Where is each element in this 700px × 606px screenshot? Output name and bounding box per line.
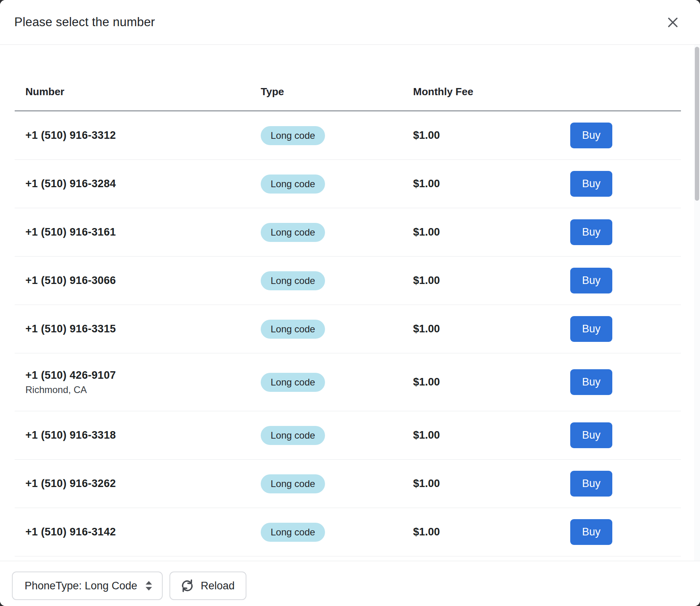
table-body: +1 (510) 916-3312 Long code $1.00 Buy +1… [15, 111, 681, 556]
modal-title: Please select the number [14, 15, 155, 29]
column-header-monthly-fee: Monthly Fee [413, 86, 570, 98]
phone-type-select[interactable]: PhoneType: Long Code [12, 571, 163, 600]
action-cell: Buy [570, 171, 681, 197]
number-cell: +1 (510) 916-3318 [15, 429, 261, 441]
action-cell: Buy [570, 422, 681, 448]
type-cell: Long code [261, 271, 413, 290]
number-cell: +1 (510) 916-3284 [15, 178, 261, 190]
table-row: +1 (510) 916-3142 Long code $1.00 Buy [15, 508, 681, 556]
close-button[interactable] [665, 14, 681, 31]
type-badge: Long code [261, 523, 325, 542]
reload-button[interactable]: Reload [169, 571, 247, 600]
number-cell: +1 (510) 916-3142 [15, 526, 261, 538]
scrollbar-thumb[interactable] [695, 47, 699, 201]
type-cell: Long code [261, 426, 413, 445]
phone-number: +1 (510) 916-3066 [25, 274, 261, 287]
table-row: +1 (510) 916-3315 Long code $1.00 Buy [15, 305, 681, 353]
type-badge: Long code [261, 426, 325, 445]
type-cell: Long code [261, 320, 413, 339]
buy-button[interactable]: Buy [570, 422, 612, 448]
number-cell: +1 (510) 916-3262 [15, 478, 261, 490]
monthly-fee: $1.00 [413, 226, 570, 238]
phone-type-label: PhoneType: Long Code [25, 580, 137, 592]
close-icon [666, 24, 679, 30]
phone-number: +1 (510) 916-3142 [25, 526, 261, 538]
action-cell: Buy [570, 519, 681, 545]
monthly-fee: $1.00 [413, 274, 570, 287]
type-badge: Long code [261, 175, 325, 194]
monthly-fee: $1.00 [413, 323, 570, 335]
type-cell: Long code [261, 175, 413, 194]
type-cell: Long code [261, 373, 413, 392]
phone-number: +1 (510) 916-3161 [25, 226, 261, 238]
table-header-row: Number Type Monthly Fee [15, 45, 681, 111]
phone-number: +1 (510) 916-3312 [25, 129, 261, 142]
buy-button[interactable]: Buy [570, 171, 612, 197]
type-cell: Long code [261, 223, 413, 242]
reload-label: Reload [201, 580, 235, 592]
monthly-fee: $1.00 [413, 376, 570, 388]
scrollbar-track[interactable] [694, 45, 700, 561]
phone-number: +1 (510) 916-3318 [25, 429, 261, 441]
phone-number: +1 (510) 426-9107 [25, 369, 261, 382]
type-badge: Long code [261, 320, 325, 339]
type-badge: Long code [261, 126, 325, 145]
table-row: +1 (510) 916-3284 Long code $1.00 Buy [15, 160, 681, 208]
number-list: Number Type Monthly Fee +1 (510) 916-331… [0, 45, 700, 561]
monthly-fee: $1.00 [413, 129, 570, 142]
table-row: +1 (510) 426-9107 Richmond, CA Long code… [15, 353, 681, 411]
monthly-fee: $1.00 [413, 429, 570, 441]
buy-button[interactable]: Buy [570, 268, 612, 293]
buy-button[interactable]: Buy [570, 519, 612, 545]
modal-header: Please select the number [0, 0, 700, 45]
phone-location: Richmond, CA [25, 384, 261, 395]
buy-button[interactable]: Buy [570, 219, 612, 245]
table-row: +1 (510) 916-3066 Long code $1.00 Buy [15, 257, 681, 305]
type-badge: Long code [261, 271, 325, 290]
phone-number: +1 (510) 916-3315 [25, 323, 261, 335]
monthly-fee: $1.00 [413, 478, 570, 490]
numbers-table: Number Type Monthly Fee +1 (510) 916-331… [15, 45, 681, 561]
buy-button[interactable]: Buy [570, 316, 612, 342]
modal-footer: PhoneType: Long Code Reload [0, 561, 700, 606]
action-cell: Buy [570, 219, 681, 245]
type-badge: Long code [261, 223, 325, 242]
buy-button[interactable]: Buy [570, 369, 612, 395]
monthly-fee: $1.00 [413, 178, 570, 190]
table-row: +1 (510) 916-3318 Long code $1.00 Buy [15, 411, 681, 460]
table-row: +1 (510) 916-3312 Long code $1.00 Buy [15, 111, 681, 160]
type-cell: Long code [261, 474, 413, 493]
table-row: +1 (510) 916-3262 Long code $1.00 Buy [15, 460, 681, 508]
number-cell: +1 (510) 916-3315 [15, 323, 261, 335]
number-cell: +1 (510) 916-3066 [15, 274, 261, 287]
sort-arrows-icon [144, 580, 153, 592]
type-badge: Long code [261, 474, 325, 493]
phone-number: +1 (510) 916-3284 [25, 178, 261, 190]
phone-number: +1 (510) 916-3262 [25, 478, 261, 490]
action-cell: Buy [570, 369, 681, 395]
number-cell: +1 (510) 916-3312 [15, 129, 261, 142]
number-cell: +1 (510) 426-9107 Richmond, CA [15, 369, 261, 395]
action-cell: Buy [570, 123, 681, 148]
number-cell: +1 (510) 916-3161 [15, 226, 261, 238]
column-header-number: Number [15, 86, 261, 98]
column-header-type: Type [261, 86, 413, 98]
monthly-fee: $1.00 [413, 526, 570, 538]
select-number-modal: Please select the number Number Type Mon… [0, 0, 700, 606]
buy-button[interactable]: Buy [570, 123, 612, 148]
table-row: +1 (510) 916-3161 Long code $1.00 Buy [15, 208, 681, 257]
action-cell: Buy [570, 268, 681, 293]
action-cell: Buy [570, 471, 681, 497]
partial-next-row [15, 556, 681, 561]
buy-button[interactable]: Buy [570, 471, 612, 497]
type-cell: Long code [261, 523, 413, 542]
type-badge: Long code [261, 373, 325, 392]
type-cell: Long code [261, 126, 413, 145]
action-cell: Buy [570, 316, 681, 342]
reload-icon [179, 577, 196, 594]
